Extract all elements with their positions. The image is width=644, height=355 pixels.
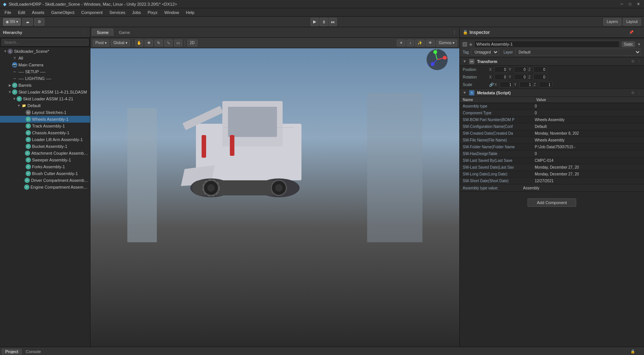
scale-x-input[interactable] bbox=[500, 81, 513, 88]
menu-file[interactable]: File bbox=[2, 9, 14, 15]
title-bar-controls[interactable]: ─ □ ✕ bbox=[619, 2, 641, 7]
tree-item-sweeper[interactable]: P Sweeper Assembly-1 bbox=[0, 157, 90, 163]
tree-item-loader-lift[interactable]: P Loader Lift Arm Assembly-1 bbox=[0, 136, 90, 143]
rot-y-input[interactable] bbox=[514, 74, 528, 80]
tree-item-driver[interactable]: P Driver Compartment Assembly-1 bbox=[0, 177, 90, 184]
menu-component[interactable]: Component bbox=[78, 9, 106, 15]
transform-header[interactable]: ▼ ⇔ Transform ⚙ ⋮ bbox=[460, 57, 644, 66]
tree-item-skidloader-scene[interactable]: ▼ S Skidloader_Scene* bbox=[0, 48, 90, 55]
layout-button[interactable]: Layout bbox=[623, 18, 641, 26]
transform-settings-icon[interactable]: ⚙ bbox=[631, 59, 635, 63]
rot-z-input[interactable] bbox=[534, 74, 547, 80]
static-dropdown-icon[interactable]: ▼ bbox=[637, 42, 641, 46]
lighting-toggle[interactable]: ☀ bbox=[397, 40, 405, 46]
pos-z-input[interactable] bbox=[534, 66, 547, 72]
cloud-button[interactable]: ☁ bbox=[22, 18, 33, 26]
step-button[interactable]: ⏭ bbox=[329, 18, 337, 26]
tree-item-main-camera[interactable]: 📷 Main Camera bbox=[0, 61, 90, 68]
audio-toggle[interactable]: ♪ bbox=[407, 40, 414, 46]
scale-tool[interactable]: ⤡ bbox=[164, 40, 173, 46]
driver-icon: P bbox=[24, 178, 30, 183]
menu-gameobject[interactable]: GameObject bbox=[48, 9, 78, 15]
pivot-button[interactable]: Pivot ▾ bbox=[93, 40, 109, 46]
fx-toggle[interactable]: ✨ bbox=[415, 40, 425, 46]
hierarchy-search-input[interactable] bbox=[2, 39, 89, 46]
pos-y-input[interactable] bbox=[514, 66, 528, 72]
tree-item-all[interactable]: ∀ All bbox=[0, 55, 90, 61]
static-button[interactable]: Static bbox=[622, 41, 635, 47]
rot-x-input[interactable] bbox=[494, 74, 508, 80]
close-button[interactable]: ✕ bbox=[636, 2, 641, 7]
tree-item-lighting[interactable]: ─ ---- LIGHTING ---- bbox=[0, 75, 90, 82]
move-tool[interactable]: ✥ bbox=[145, 40, 153, 46]
tree-item-brush-cutter[interactable]: P Brush Cutter Assembly-1 bbox=[0, 170, 90, 177]
assembly-value-row: Assembly type value: Assembly bbox=[460, 184, 644, 191]
tree-item-wheels-assembly[interactable]: P Wheels Assembly-1 bbox=[0, 116, 90, 123]
menu-services[interactable]: Services bbox=[106, 9, 128, 15]
scale-y-input[interactable] bbox=[519, 81, 533, 88]
menu-assets[interactable]: Assets bbox=[29, 9, 47, 15]
maximize-button[interactable]: □ bbox=[627, 2, 633, 7]
metadata-more-icon[interactable]: ⋮ bbox=[637, 91, 641, 95]
tree-item-setup[interactable]: ─ ---- SETUP ---- bbox=[0, 68, 90, 75]
tree-item-layout-sketches[interactable]: M Layout Sketches-1 bbox=[0, 109, 90, 116]
forks-label: Forks Assembly-1 bbox=[32, 164, 65, 169]
object-name-input[interactable] bbox=[474, 41, 620, 48]
tab-project[interactable]: Project bbox=[2, 349, 22, 355]
minimize-button[interactable]: ─ bbox=[619, 2, 624, 7]
settings-button[interactable]: ⚙ bbox=[34, 18, 44, 26]
pos-x-input[interactable] bbox=[494, 66, 508, 72]
tree-item-track-assembly[interactable]: P Track Assembly-1 bbox=[0, 123, 90, 129]
menu-jobs[interactable]: Jobs bbox=[129, 9, 144, 15]
tree-item-skid-assm-sldasm[interactable]: ▼ P Skid Loader ASSM 11-4-21.SLDASM bbox=[0, 89, 90, 95]
tree-item-barrels[interactable]: ▶ P Barrels bbox=[0, 82, 90, 89]
tab-scene[interactable]: Scene bbox=[92, 29, 113, 36]
inspector-lock-icon[interactable]: 🔒 bbox=[463, 30, 468, 35]
tree-item-engine[interactable]: P Engine Compartment Assembly-2 bbox=[0, 184, 90, 191]
transform-more-icon[interactable]: ⋮ bbox=[637, 59, 641, 63]
menu-help[interactable]: Help bbox=[183, 9, 197, 15]
bottom-lock-icon[interactable]: 🔒 bbox=[630, 349, 636, 353]
tree-item-chassis-assembly[interactable]: P Chassis Assembly-1 bbox=[0, 129, 90, 136]
add-component-button[interactable]: Add Component bbox=[528, 198, 577, 207]
pause-button[interactable]: ⏸ bbox=[320, 18, 328, 26]
tab-game[interactable]: Game bbox=[114, 29, 135, 36]
setup-icon: ─ bbox=[12, 69, 17, 74]
inspector-more-icon[interactable]: ⋮ bbox=[636, 30, 641, 34]
tree-item-forks[interactable]: P Forks Assembly-1 bbox=[0, 163, 90, 170]
meta-row-name-11: SW-Short Date(Short Date) bbox=[460, 178, 533, 184]
sn-dropdown[interactable]: ◉ SN ▾ bbox=[3, 18, 21, 26]
rect-tool[interactable]: ▭ bbox=[174, 40, 182, 46]
inspector-pin-icon[interactable]: 📌 bbox=[628, 30, 634, 34]
scene-more-icon[interactable]: ⋮ bbox=[451, 29, 458, 35]
metadata-header[interactable]: ▼ S Metadata (Script) ⚙ ⋮ bbox=[460, 89, 644, 97]
tag-select[interactable]: Untagged bbox=[471, 49, 499, 55]
play-controls: ▶ ⏸ ⏭ bbox=[311, 18, 337, 26]
unity-logo: ◆ bbox=[3, 2, 6, 7]
metadata-row-8: SW-Last Saved By(Last Save CMPC-014 bbox=[460, 157, 644, 164]
layer-select[interactable]: Default bbox=[515, 49, 641, 55]
scene-viewport[interactable]: X Y Z bbox=[90, 48, 459, 347]
hierarchy-more-icon[interactable]: ⋮ bbox=[82, 30, 87, 34]
menu-pixyz[interactable]: Pixyz bbox=[145, 9, 161, 15]
tab-console[interactable]: Console bbox=[22, 349, 44, 355]
metadata-settings-icon[interactable]: ⚙ bbox=[631, 91, 635, 95]
scale-z-input[interactable] bbox=[539, 81, 552, 88]
play-button[interactable]: ▶ bbox=[311, 18, 319, 26]
svg-rect-5 bbox=[228, 107, 277, 137]
gizmos-button[interactable]: Gizmos ▾ bbox=[436, 40, 457, 46]
tree-item-bucket[interactable]: P Bucket Assembly-1 bbox=[0, 143, 90, 150]
rotate-tool[interactable]: ↻ bbox=[154, 40, 163, 46]
layers-button[interactable]: Layers bbox=[603, 18, 621, 26]
scene-visibility[interactable]: 👁 bbox=[426, 40, 435, 46]
bottom-more-icon[interactable]: ⋮ bbox=[637, 349, 642, 353]
tree-item-default[interactable]: ▼ 📁 Default bbox=[0, 102, 90, 109]
2d-button[interactable]: 2D bbox=[187, 40, 197, 46]
menu-window[interactable]: Window bbox=[161, 9, 182, 15]
tree-item-attachment[interactable]: P Attachment Coupler Assembly-1 bbox=[0, 150, 90, 157]
hand-tool[interactable]: ✋ bbox=[135, 40, 143, 46]
menu-edit[interactable]: Edit bbox=[15, 9, 28, 15]
tree-item-skid-assm[interactable]: ▼ P Skid Loader ASSM 11-4-21 bbox=[0, 95, 90, 102]
object-active-checkbox[interactable] bbox=[463, 42, 467, 46]
global-button[interactable]: Global ▾ bbox=[111, 40, 130, 46]
